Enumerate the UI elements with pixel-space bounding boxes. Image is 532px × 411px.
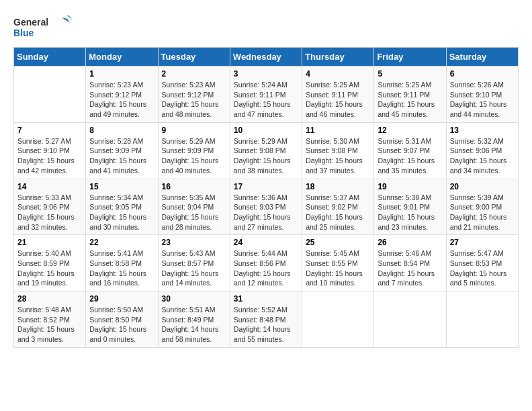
calendar-cell: 12Sunrise: 5:31 AMSunset: 9:07 PMDayligh… [374, 122, 446, 179]
day-number: 3 [234, 69, 298, 79]
calendar-cell: 25Sunrise: 5:45 AMSunset: 8:55 PMDayligh… [302, 235, 374, 291]
column-header-sunday: Sunday [14, 48, 86, 66]
svg-text:Blue: Blue [13, 28, 34, 38]
day-detail: Sunrise: 5:52 AMSunset: 8:48 PMDaylight:… [234, 305, 298, 345]
calendar-week-1: 1Sunrise: 5:23 AMSunset: 9:12 PMDaylight… [14, 66, 519, 123]
column-header-friday: Friday [374, 48, 446, 66]
calendar-cell: 19Sunrise: 5:38 AMSunset: 9:01 PMDayligh… [374, 179, 446, 235]
day-number: 26 [378, 238, 442, 247]
day-detail: Sunrise: 5:46 AMSunset: 8:54 PMDaylight:… [378, 248, 442, 288]
day-number: 14 [17, 182, 82, 191]
calendar-cell: 16Sunrise: 5:35 AMSunset: 9:04 PMDayligh… [158, 179, 230, 235]
calendar-cell: 28Sunrise: 5:48 AMSunset: 8:52 PMDayligh… [14, 291, 86, 348]
calendar-cell: 29Sunrise: 5:50 AMSunset: 8:50 PMDayligh… [86, 291, 158, 348]
day-detail: Sunrise: 5:47 AMSunset: 8:53 PMDaylight:… [450, 248, 515, 288]
day-number: 13 [450, 126, 515, 135]
day-detail: Sunrise: 5:29 AMSunset: 9:08 PMDaylight:… [234, 136, 298, 176]
day-number: 20 [450, 182, 515, 191]
day-number: 29 [89, 294, 154, 304]
calendar-cell: 17Sunrise: 5:36 AMSunset: 9:03 PMDayligh… [230, 179, 302, 235]
calendar-table: SundayMondayTuesdayWednesdayThursdayFrid… [13, 47, 519, 348]
day-detail: Sunrise: 5:50 AMSunset: 8:50 PMDaylight:… [89, 305, 154, 345]
day-number: 7 [17, 126, 82, 135]
calendar-cell: 6Sunrise: 5:26 AMSunset: 9:10 PMDaylight… [446, 66, 518, 123]
day-number: 18 [306, 182, 370, 191]
day-detail: Sunrise: 5:44 AMSunset: 8:56 PMDaylight:… [234, 248, 298, 288]
calendar-week-2: 7Sunrise: 5:27 AMSunset: 9:10 PMDaylight… [14, 122, 519, 179]
day-detail: Sunrise: 5:32 AMSunset: 9:06 PMDaylight:… [450, 136, 515, 176]
calendar-cell: 2Sunrise: 5:23 AMSunset: 9:12 PMDaylight… [158, 66, 230, 123]
day-number: 25 [306, 238, 370, 247]
calendar-cell: 31Sunrise: 5:52 AMSunset: 8:48 PMDayligh… [230, 291, 302, 348]
calendar-cell: 3Sunrise: 5:24 AMSunset: 9:11 PMDaylight… [230, 66, 302, 123]
day-detail: Sunrise: 5:41 AMSunset: 8:58 PMDaylight:… [89, 248, 154, 288]
calendar-cell: 20Sunrise: 5:39 AMSunset: 9:00 PMDayligh… [446, 179, 518, 235]
day-detail: Sunrise: 5:36 AMSunset: 9:03 PMDaylight:… [234, 193, 298, 232]
calendar-cell: 26Sunrise: 5:46 AMSunset: 8:54 PMDayligh… [374, 235, 446, 291]
day-detail: Sunrise: 5:40 AMSunset: 8:59 PMDaylight:… [17, 248, 82, 288]
day-detail: Sunrise: 5:34 AMSunset: 9:05 PMDaylight:… [89, 193, 154, 232]
svg-marker-2 [62, 17, 70, 23]
day-number: 8 [89, 126, 154, 135]
day-number: 12 [378, 126, 442, 135]
day-number: 21 [17, 238, 82, 247]
day-detail: Sunrise: 5:51 AMSunset: 8:49 PMDaylight:… [162, 305, 226, 345]
day-number: 27 [450, 238, 515, 247]
day-number: 17 [234, 182, 298, 191]
day-number: 1 [89, 69, 154, 79]
day-number: 24 [234, 238, 298, 247]
day-detail: Sunrise: 5:35 AMSunset: 9:04 PMDaylight:… [162, 193, 226, 232]
calendar-cell: 30Sunrise: 5:51 AMSunset: 8:49 PMDayligh… [158, 291, 230, 348]
calendar-cell: 22Sunrise: 5:41 AMSunset: 8:58 PMDayligh… [86, 235, 158, 291]
day-number: 2 [162, 69, 226, 79]
calendar-cell [446, 291, 518, 348]
calendar-cell: 13Sunrise: 5:32 AMSunset: 9:06 PMDayligh… [446, 122, 518, 179]
day-detail: Sunrise: 5:31 AMSunset: 9:07 PMDaylight:… [378, 136, 442, 176]
day-number: 31 [234, 294, 298, 304]
day-detail: Sunrise: 5:33 AMSunset: 9:06 PMDaylight:… [17, 193, 82, 232]
column-header-thursday: Thursday [302, 48, 374, 66]
calendar-cell [302, 291, 374, 348]
day-number: 11 [306, 126, 370, 135]
calendar-cell: 18Sunrise: 5:37 AMSunset: 9:02 PMDayligh… [302, 179, 374, 235]
day-detail: Sunrise: 5:37 AMSunset: 9:02 PMDaylight:… [306, 193, 370, 232]
day-detail: Sunrise: 5:25 AMSunset: 9:11 PMDaylight:… [306, 80, 370, 120]
day-number: 10 [234, 126, 298, 135]
page-header: General Blue [13, 13, 519, 40]
day-number: 16 [162, 182, 226, 191]
calendar-cell [14, 66, 86, 123]
day-number: 4 [306, 69, 370, 79]
day-detail: Sunrise: 5:39 AMSunset: 9:00 PMDaylight:… [450, 193, 515, 232]
logo-svg: General Blue [13, 13, 74, 40]
day-detail: Sunrise: 5:45 AMSunset: 8:55 PMDaylight:… [306, 248, 370, 288]
day-detail: Sunrise: 5:23 AMSunset: 9:12 PMDaylight:… [89, 80, 154, 120]
day-number: 15 [89, 182, 154, 191]
column-header-wednesday: Wednesday [230, 48, 302, 66]
day-detail: Sunrise: 5:48 AMSunset: 8:52 PMDaylight:… [17, 305, 82, 345]
day-number: 9 [162, 126, 226, 135]
calendar-cell: 8Sunrise: 5:28 AMSunset: 9:09 PMDaylight… [86, 122, 158, 179]
day-number: 22 [89, 238, 154, 247]
calendar-cell [374, 291, 446, 348]
calendar-week-3: 14Sunrise: 5:33 AMSunset: 9:06 PMDayligh… [14, 179, 519, 235]
calendar-cell: 10Sunrise: 5:29 AMSunset: 9:08 PMDayligh… [230, 122, 302, 179]
column-header-saturday: Saturday [446, 48, 518, 66]
calendar-cell: 9Sunrise: 5:29 AMSunset: 9:09 PMDaylight… [158, 122, 230, 179]
day-number: 30 [162, 294, 226, 304]
column-header-monday: Monday [86, 48, 158, 66]
day-detail: Sunrise: 5:27 AMSunset: 9:10 PMDaylight:… [17, 136, 82, 176]
day-detail: Sunrise: 5:23 AMSunset: 9:12 PMDaylight:… [162, 80, 226, 120]
day-detail: Sunrise: 5:38 AMSunset: 9:01 PMDaylight:… [378, 193, 442, 232]
day-detail: Sunrise: 5:28 AMSunset: 9:09 PMDaylight:… [89, 136, 154, 176]
day-number: 6 [450, 69, 515, 79]
logo: General Blue [13, 13, 74, 40]
calendar-cell: 7Sunrise: 5:27 AMSunset: 9:10 PMDaylight… [14, 122, 86, 179]
day-detail: Sunrise: 5:24 AMSunset: 9:11 PMDaylight:… [234, 80, 298, 120]
day-detail: Sunrise: 5:29 AMSunset: 9:09 PMDaylight:… [162, 136, 226, 176]
calendar-cell: 14Sunrise: 5:33 AMSunset: 9:06 PMDayligh… [14, 179, 86, 235]
calendar-cell: 4Sunrise: 5:25 AMSunset: 9:11 PMDaylight… [302, 66, 374, 123]
calendar-cell: 1Sunrise: 5:23 AMSunset: 9:12 PMDaylight… [86, 66, 158, 123]
calendar-cell: 27Sunrise: 5:47 AMSunset: 8:53 PMDayligh… [446, 235, 518, 291]
day-number: 19 [378, 182, 442, 191]
day-detail: Sunrise: 5:30 AMSunset: 9:08 PMDaylight:… [306, 136, 370, 176]
